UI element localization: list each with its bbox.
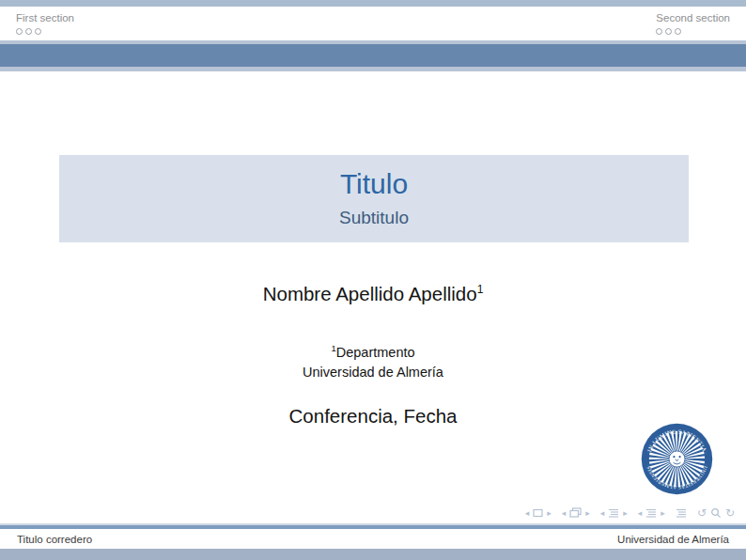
nav-frame-group: ◂ ▸ [562,507,590,518]
institute-university: Universidad de Almería [0,363,746,383]
go-forward-icon[interactable]: ↻ [725,507,735,519]
prev-section-icon[interactable]: ◂ [638,508,643,518]
header-blue-band [0,44,746,67]
section-label[interactable]: Second section [656,12,730,24]
nav-slide-group: ◂ ▸ [525,508,552,518]
subsection-icon[interactable] [608,508,619,518]
footer-short-title: Titulo corredero [17,534,92,545]
prev-slide-icon[interactable]: ◂ [525,508,530,518]
next-subsection-icon[interactable]: ▸ [623,508,628,518]
author-footnote-mark: 1 [477,283,484,296]
next-section-icon[interactable]: ▸ [661,508,665,518]
institute-block: 1Departmento Universidad de Almería [0,338,746,383]
nav-appendix-group [676,508,687,518]
beamer-slide: First section Second section Titulo Subt… [0,0,746,560]
miniframe-bullet-icon[interactable] [16,28,23,35]
miniframe-bullet-icon[interactable] [656,28,662,35]
search-icon[interactable] [710,507,722,519]
footer-bar: Titulo corredero Universidad de Almería [0,529,746,549]
seal-icon: IN LUMINE SAPIENTIA UNIVERSITAS ALMERIEN… [641,423,713,495]
header-section-second[interactable]: Second section [656,12,730,35]
universidad-de-almeria-seal-logo: IN LUMINE SAPIENTIA UNIVERSITAS ALMERIEN… [641,423,713,495]
miniframe-bullets [16,28,74,35]
nav-history-group: ↺ ↻ [697,507,735,519]
header-navigation-bar: First section Second section [0,7,746,40]
frame-icon[interactable] [569,507,582,518]
nav-subsection-group: ◂ ▸ [600,508,628,518]
appendix-icon[interactable] [676,508,687,518]
miniframe-bullets [656,28,730,35]
slide-title: Titulo [340,168,408,200]
prev-subsection-icon[interactable]: ◂ [600,508,605,518]
slide-subtitle: Subtitulo [339,207,409,229]
miniframe-bullet-icon[interactable] [665,28,672,35]
title-block: Titulo Subtitulo [59,155,689,242]
go-back-icon[interactable]: ↺ [697,507,707,519]
bottom-accent-band [0,549,746,560]
next-slide-icon[interactable]: ▸ [547,508,552,518]
nav-section-group: ◂ ▸ [638,508,665,518]
slide-icon[interactable] [533,508,543,518]
prev-frame-icon[interactable]: ◂ [562,508,567,518]
header-separator-line [0,67,746,71]
section-icon[interactable] [645,508,657,518]
top-accent-band [0,0,746,7]
section-label[interactable]: First section [16,12,74,24]
conference-date: Conferencia, Fecha [0,405,746,428]
next-frame-icon[interactable]: ▸ [585,508,590,518]
miniframe-bullet-icon[interactable] [25,28,32,35]
footer-institution: Universidad de Almería [617,534,729,545]
miniframe-bullet-icon[interactable] [675,28,681,35]
institute-department: 1Departmento [0,338,746,363]
beamer-navigation-bar: ◂ ▸ ◂ ▸ ◂ ▸ ◂ [525,506,735,520]
header-section-first[interactable]: First section [16,12,74,35]
miniframe-bullet-icon[interactable] [35,28,41,35]
author-name: Nombre Apellido Apellido1 [0,283,746,305]
